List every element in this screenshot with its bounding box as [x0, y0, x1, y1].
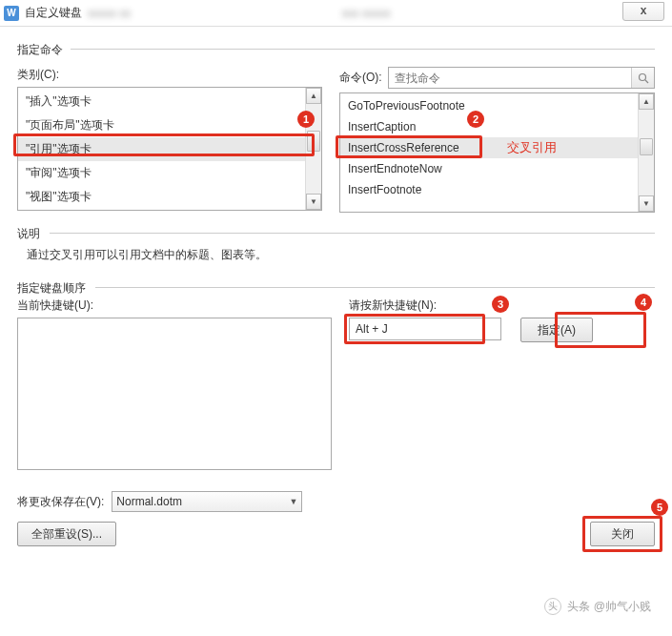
command-listbox[interactable]: GoToPreviousFootnoteInsertCaptionInsertC… [339, 92, 655, 213]
chevron-down-icon: ▼ [289, 497, 297, 506]
command-label: 命令(O): [339, 70, 382, 86]
app-icon: W [4, 6, 19, 21]
search-box[interactable] [388, 67, 655, 89]
new-shortcut-input[interactable] [349, 318, 501, 340]
close-dialog-button[interactable]: 关闭 [590, 522, 655, 546]
search-icon[interactable] [631, 68, 654, 88]
new-shortcut-label: 请按新快捷键(N): [349, 297, 655, 314]
category-item[interactable]: "插入"选项卡 [18, 90, 321, 113]
command-item[interactable]: InsertEndnoteNow [340, 158, 654, 179]
save-in-value: Normal.dotm [116, 495, 182, 508]
svg-line-1 [645, 80, 648, 83]
category-item[interactable]: "页面布局"选项卡 [18, 113, 321, 137]
category-label: 类别(C): [17, 67, 322, 83]
current-shortcut-label: 当前快捷键(U): [17, 297, 332, 314]
category-item[interactable]: "审阅"选项卡 [18, 161, 321, 185]
scroll-down-icon[interactable]: ▼ [639, 195, 654, 212]
save-in-select[interactable]: Normal.dotm ▼ [112, 491, 302, 512]
legend-command: 指定命令 [17, 42, 67, 58]
description-text: 通过交叉引用可以引用文档中的标题、图表等。 [17, 239, 655, 267]
svg-point-0 [639, 73, 645, 80]
search-input[interactable] [389, 68, 631, 88]
scrollbar[interactable]: ▲ ▼ [638, 93, 654, 212]
title-blur-2: xxx xxxxx [342, 7, 391, 20]
section-keyboard: 指定键盘顺序 当前快捷键(U): 请按新快捷键(N): 指定(A) 3 4 [17, 280, 655, 478]
command-item[interactable]: GoToPreviousFootnote [340, 95, 654, 116]
scroll-up-icon[interactable]: ▲ [306, 88, 321, 104]
category-item[interactable]: "引用"选项卡 [18, 137, 321, 161]
command-item[interactable]: InsertFootnote [340, 179, 654, 200]
titlebar: W 自定义键盘 xxxxx xx xxx xxxxx x [0, 0, 672, 27]
scroll-down-icon[interactable]: ▼ [306, 194, 321, 210]
category-listbox[interactable]: "插入"选项卡"页面布局"选项卡"引用"选项卡"审阅"选项卡"视图"选项卡 ▲ … [17, 87, 322, 211]
window-title: 自定义键盘 [25, 5, 82, 21]
legend-keyboard: 指定键盘顺序 [17, 280, 90, 297]
close-button[interactable]: x [622, 2, 664, 21]
legend-desc: 说明 [17, 226, 44, 242]
command-item[interactable]: InsertCrossReference [340, 137, 654, 158]
reset-all-button[interactable]: 全部重设(S)... [17, 522, 116, 546]
assign-button[interactable]: 指定(A) [520, 318, 593, 342]
current-shortcut-box[interactable] [17, 318, 332, 470]
watermark: 头 头条 @帅气小贱 [544, 598, 651, 615]
command-item[interactable]: InsertCaption [340, 116, 654, 137]
section-description: 说明 通过交叉引用可以引用文档中的标题、图表等。 [17, 226, 655, 267]
title-blur: xxxxx xx [88, 7, 131, 20]
scrollbar[interactable]: ▲ ▼ [305, 88, 321, 210]
save-in-label: 将更改保存在(V): [17, 494, 104, 510]
category-item[interactable]: "视图"选项卡 [18, 185, 321, 209]
scroll-up-icon[interactable]: ▲ [639, 93, 654, 110]
section-specify-command: 指定命令 类别(C): "插入"选项卡"页面布局"选项卡"引用"选项卡"审阅"选… [17, 42, 655, 213]
